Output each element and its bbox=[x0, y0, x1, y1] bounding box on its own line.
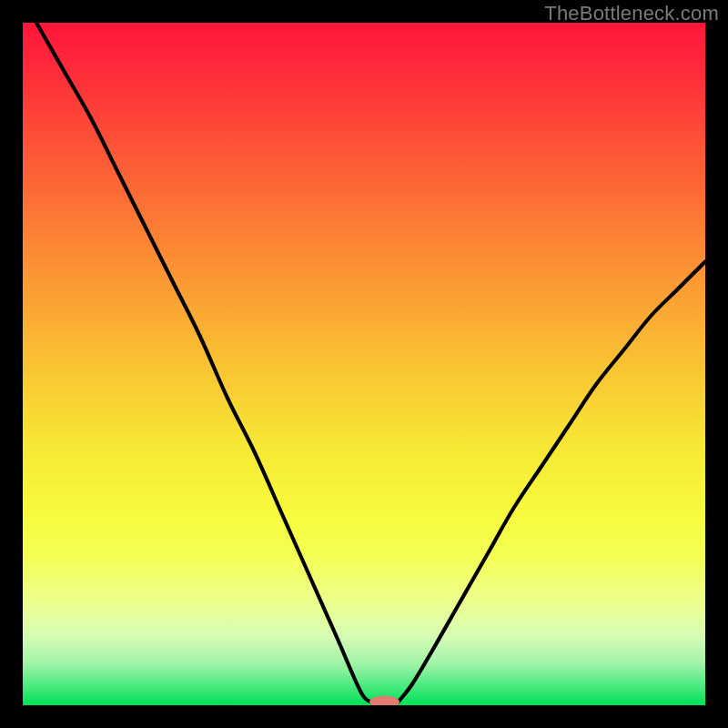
bottleneck-chart bbox=[23, 23, 705, 705]
frame: TheBottleneck.com bbox=[0, 0, 728, 728]
gradient-background bbox=[23, 23, 705, 705]
